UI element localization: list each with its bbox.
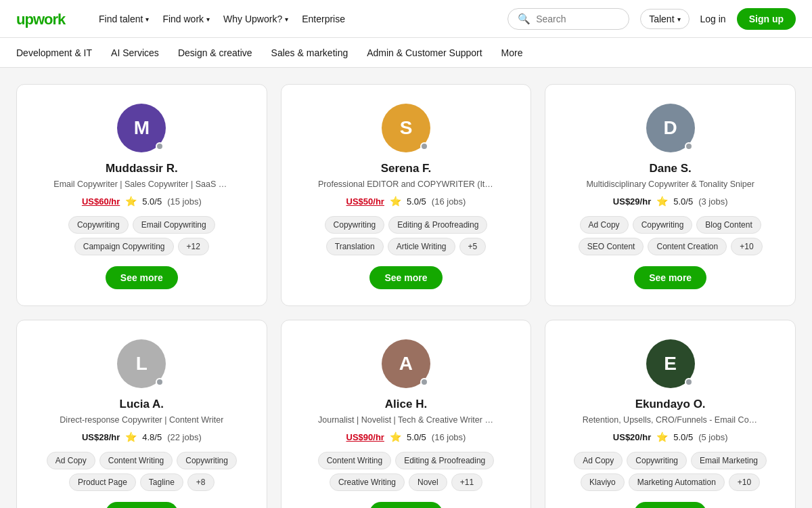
cat-ai-services[interactable]: AI Services: [111, 38, 159, 67]
main-content: M Muddassir R. Email Copywriter | Sales …: [0, 68, 812, 508]
tag[interactable]: Marketing Automation: [629, 473, 725, 491]
tag[interactable]: Tagline: [140, 473, 183, 491]
tag[interactable]: Email Copywriting: [133, 216, 215, 234]
card-dane: D Dane S. Multidisciplinary Copywriter &…: [545, 84, 796, 306]
tag[interactable]: +5: [459, 238, 487, 255]
tag[interactable]: Copywriting: [325, 216, 385, 234]
tag[interactable]: Email Marketing: [691, 452, 767, 469]
tag[interactable]: +11: [451, 473, 482, 491]
signup-button[interactable]: Sign up: [737, 8, 796, 30]
login-button[interactable]: Log in: [700, 14, 726, 24]
see-more-button[interactable]: See more: [634, 502, 706, 508]
card-name: Alice H.: [385, 398, 427, 411]
card-rating: 4.8/5: [142, 432, 162, 442]
navbar: upwork Find talent ▾ Find work ▾ Why Upw…: [0, 0, 812, 38]
tag[interactable]: Article Writing: [388, 238, 455, 255]
card-rate: US$28/hr: [82, 432, 120, 442]
avatar-wrap: E: [646, 339, 695, 388]
card-title: Email Copywriter | Sales Copywriter | Sa…: [53, 179, 229, 189]
see-more-button[interactable]: See more: [369, 502, 442, 508]
card-jobs: (5 jobs): [698, 432, 727, 442]
tag[interactable]: Klaviyo: [581, 473, 625, 491]
tag[interactable]: Copywriting: [177, 452, 237, 469]
card-rate-row: US$50/hr ⭐ 5.0/5 (16 jobs): [346, 196, 466, 207]
search-icon: 🔍: [518, 13, 531, 25]
nav-find-talent[interactable]: Find talent ▾: [99, 14, 149, 24]
avatar-wrap: M: [117, 104, 166, 152]
card-title: Journalist | Novelist | Tech & Creative …: [318, 415, 494, 425]
card-name: Lucia A.: [120, 398, 164, 411]
tag[interactable]: Translation: [326, 238, 384, 255]
star-icon: ⭐: [656, 196, 668, 207]
nav-links: Find talent ▾ Find work ▾ Why Upwork? ▾ …: [99, 14, 345, 24]
avatar-wrap: L: [117, 339, 166, 388]
tag[interactable]: Editing & Proofreading: [395, 452, 494, 469]
nav-find-work[interactable]: Find work ▾: [162, 14, 210, 24]
nav-enterprise[interactable]: Enterprise: [302, 14, 345, 24]
tag[interactable]: Ad Copy: [580, 216, 629, 234]
chevron-down-icon: ▾: [285, 16, 288, 23]
card-rate: US$90/hr: [346, 432, 384, 442]
chevron-down-icon: ▾: [206, 16, 210, 23]
star-icon: ⭐: [125, 431, 137, 442]
see-more-button[interactable]: See more: [106, 266, 178, 289]
tag[interactable]: Blog Content: [696, 216, 761, 234]
tag[interactable]: +10: [729, 473, 760, 491]
card-tags: Content WritingEditing & ProofreadingCre…: [298, 452, 515, 491]
cards-grid: M Muddassir R. Email Copywriter | Sales …: [16, 84, 796, 508]
card-jobs: (3 jobs): [698, 196, 727, 207]
star-icon: ⭐: [125, 196, 137, 207]
card-title: Direct-response Copywriter | Content Wri…: [60, 415, 223, 425]
tag[interactable]: Ad Copy: [574, 452, 623, 469]
card-rate: US$60/hr: [82, 196, 120, 207]
tag[interactable]: +12: [178, 238, 209, 255]
tag[interactable]: Copywriting: [627, 452, 687, 469]
status-indicator: [420, 378, 428, 386]
card-rate-row: US$90/hr ⭐ 5.0/5 (16 jobs): [346, 431, 466, 442]
nav-why-upwork[interactable]: Why Upwork? ▾: [223, 14, 288, 24]
card-rating: 5.0/5: [673, 196, 693, 207]
card-rating: 5.0/5: [407, 196, 426, 207]
tag[interactable]: Creative Writing: [330, 473, 405, 491]
tag[interactable]: Copywriting: [633, 216, 693, 234]
avatar-wrap: D: [646, 104, 695, 152]
tag[interactable]: Content Creation: [648, 238, 727, 255]
cat-development-it[interactable]: Development & IT: [16, 38, 92, 67]
see-more-button[interactable]: See more: [369, 266, 442, 289]
card-rate-row: US$60/hr ⭐ 5.0/5 (15 jobs): [82, 196, 202, 207]
svg-text:upwork: upwork: [16, 11, 66, 28]
tag[interactable]: Copywriting: [68, 216, 129, 234]
tag[interactable]: Novel: [409, 473, 447, 491]
cat-design-creative[interactable]: Design & creative: [178, 38, 252, 67]
see-more-button[interactable]: See more: [106, 502, 178, 508]
card-name: Serena F.: [381, 162, 432, 175]
tag[interactable]: Product Page: [69, 473, 136, 491]
talent-dropdown[interactable]: Talent ▾: [640, 9, 689, 29]
tag[interactable]: Ad Copy: [47, 452, 95, 469]
card-alice: A Alice H. Journalist | Novelist | Tech …: [281, 320, 532, 508]
cat-more[interactable]: More: [501, 38, 523, 67]
card-rate-row: US$28/hr ⭐ 4.8/5 (22 jobs): [82, 431, 202, 442]
star-icon: ⭐: [390, 196, 401, 207]
tag[interactable]: Content Writing: [99, 452, 173, 469]
cat-admin-support[interactable]: Admin & Customer Support: [367, 38, 482, 67]
status-indicator: [685, 142, 693, 150]
card-rate: US$50/hr: [346, 196, 384, 207]
card-name: Dane S.: [649, 162, 691, 175]
card-rating: 5.0/5: [407, 432, 426, 442]
search-input[interactable]: [536, 14, 619, 24]
card-tags: Ad CopyContent WritingCopywritingProduct…: [33, 452, 250, 491]
star-icon: ⭐: [390, 431, 401, 442]
tag[interactable]: SEO Content: [579, 238, 644, 255]
cat-sales-marketing[interactable]: Sales & marketing: [271, 38, 348, 67]
see-more-button[interactable]: See more: [634, 266, 706, 289]
tag[interactable]: +8: [187, 473, 215, 491]
tag[interactable]: +10: [731, 238, 762, 255]
tag[interactable]: Campaign Copywriting: [74, 238, 174, 255]
logo[interactable]: upwork: [16, 9, 77, 28]
tag[interactable]: Editing & Proofreading: [388, 216, 487, 234]
card-title: Multidisciplinary Copywriter & Tonality …: [586, 179, 754, 189]
tag[interactable]: Content Writing: [318, 452, 391, 469]
card-jobs: (16 jobs): [432, 432, 466, 442]
card-tags: Ad CopyCopywritingBlog ContentSEO Conten…: [562, 216, 779, 255]
